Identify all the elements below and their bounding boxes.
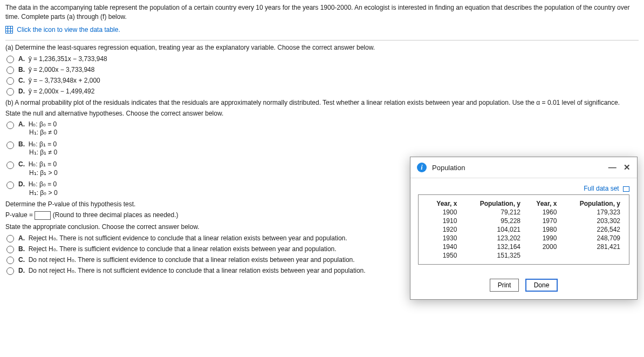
cell-pop: 123,202 xyxy=(460,234,524,243)
table-row: 1990248,709 xyxy=(524,234,624,243)
table-row: 1950151,325 xyxy=(424,251,524,260)
cell-year: 1960 xyxy=(524,208,560,217)
view-data-table-link[interactable]: Click the icon to view the data table. xyxy=(17,26,120,33)
opt-label: D. xyxy=(18,267,25,274)
cell-pop: 79,212 xyxy=(460,208,524,217)
cell-pop: 151,325 xyxy=(460,251,524,260)
h1-text: H₁: β₁ > 0 xyxy=(29,169,58,177)
h0-text: H₀: β₁ = 0 xyxy=(29,160,57,168)
radio-icon[interactable] xyxy=(6,181,14,189)
opt-text: ŷ = 2,000x − 1,499,492 xyxy=(29,87,95,95)
part-b-prompt: (b) A normal probability plot of the res… xyxy=(5,99,639,106)
cell-year: 1950 xyxy=(424,251,460,260)
table-row: 1920104,021 xyxy=(424,225,524,234)
population-modal: i Population — ✕ Full data set Year, x P… xyxy=(410,157,638,281)
opt-label: C. xyxy=(18,160,25,168)
print-button[interactable]: Print xyxy=(490,279,519,281)
cell-year: 1900 xyxy=(424,208,460,217)
full-data-set-link[interactable]: Full data set xyxy=(418,185,629,192)
opt-text: ŷ = 2,000x − 3,733,948 xyxy=(29,66,95,73)
part-a-prompt: (a) Determine the least-squares regressi… xyxy=(5,44,639,51)
close-icon[interactable]: ✕ xyxy=(624,163,631,172)
radio-icon[interactable] xyxy=(6,235,14,243)
opt-text: ŷ = − 3,733,948x + 2,000 xyxy=(29,77,100,84)
option-b-A[interactable]: A. H₀: β₀ = 0 H₁: β₀ ≠ 0 xyxy=(6,120,639,137)
radio-icon[interactable] xyxy=(6,77,14,85)
cell-year: 1980 xyxy=(524,225,560,234)
opt-label: B. xyxy=(18,245,25,253)
radio-icon[interactable] xyxy=(6,267,14,275)
full-data-set-label: Full data set xyxy=(584,185,619,192)
opt-label: C. xyxy=(18,77,25,84)
h1-text: H₁: β₀ ≠ 0 xyxy=(29,129,57,136)
radio-icon[interactable] xyxy=(6,88,14,96)
col-pop: Population, y xyxy=(460,199,524,208)
opt-label: B. xyxy=(18,66,25,73)
cell-year: 2000 xyxy=(524,243,560,251)
table-row: 2000281,421 xyxy=(524,243,624,251)
radio-icon[interactable] xyxy=(6,246,14,253)
h0-text: H₀: β₁ = 0 xyxy=(29,140,57,148)
opt-text: Do not reject H₀. There is sufficient ev… xyxy=(29,256,355,264)
opt-text: ŷ = 1,236,351x − 3,733,948 xyxy=(29,55,107,63)
h1-text: H₁: β₁ ≠ 0 xyxy=(29,149,57,156)
opt-label: D. xyxy=(18,180,25,188)
h1-text: H₁: β₀ > 0 xyxy=(29,189,58,197)
cell-pop: 248,709 xyxy=(560,234,624,243)
cell-year: 1930 xyxy=(424,234,460,243)
minimize-icon[interactable]: — xyxy=(608,163,616,172)
cell-year: 1910 xyxy=(424,217,460,225)
cell-pop: 95,228 xyxy=(460,217,524,225)
cell-year: 1940 xyxy=(424,243,460,251)
part-a-options: A. ŷ = 1,236,351x − 3,733,948 B. ŷ = 2,0… xyxy=(5,55,639,96)
table-row: 1980226,542 xyxy=(524,225,624,234)
radio-icon[interactable] xyxy=(6,66,14,74)
table-row: 1940132,164 xyxy=(424,243,524,251)
info-icon: i xyxy=(417,163,427,172)
option-a-C[interactable]: C. ŷ = − 3,733,948x + 2,000 xyxy=(6,76,639,85)
cell-pop: 104,021 xyxy=(460,225,524,234)
done-button[interactable]: Done xyxy=(525,279,558,281)
radio-icon[interactable] xyxy=(6,56,14,63)
pvalue-hint: (Round to three decimal places as needed… xyxy=(53,212,179,219)
opt-text: Reject H₀. There is not sufficient evide… xyxy=(29,234,347,242)
cell-pop: 132,164 xyxy=(460,243,524,251)
option-b-B[interactable]: B. H₀: β₁ = 0 H₁: β₁ ≠ 0 xyxy=(6,140,639,157)
cell-year: 1990 xyxy=(524,234,560,243)
expand-icon xyxy=(623,186,629,192)
radio-icon[interactable] xyxy=(6,161,14,169)
pvalue-input[interactable] xyxy=(35,211,51,220)
data-table: Year, x Population, y 190079,212191095,2… xyxy=(418,194,629,265)
svg-rect-0 xyxy=(6,26,13,33)
col-year: Year, x xyxy=(424,199,460,208)
table-row: 1970203,302 xyxy=(524,217,624,225)
table-row: 190079,212 xyxy=(424,208,524,217)
opt-text: Do not reject H₀. There is not sufficien… xyxy=(29,267,366,274)
modal-title: Population xyxy=(432,164,603,172)
grid-icon xyxy=(5,26,13,33)
cell-pop: 226,542 xyxy=(560,225,624,234)
problem-intro: The data in the accompanying table repre… xyxy=(5,3,639,22)
option-a-B[interactable]: B. ŷ = 2,000x − 3,733,948 xyxy=(6,65,639,74)
h0-text: H₀: β₀ = 0 xyxy=(29,120,57,128)
col-pop: Population, y xyxy=(560,199,624,208)
opt-label: A. xyxy=(18,120,25,128)
radio-icon[interactable] xyxy=(6,142,14,149)
col-year: Year, x xyxy=(524,199,560,208)
radio-icon[interactable] xyxy=(6,257,14,264)
opt-label: B. xyxy=(18,140,25,148)
cell-year: 1970 xyxy=(524,217,560,225)
opt-text: Reject H₀. There is sufficient evidence … xyxy=(29,245,337,253)
table-row: 1960179,323 xyxy=(524,208,624,217)
pvalue-label: P-value = xyxy=(5,212,33,219)
opt-label: D. xyxy=(18,87,25,95)
part-b-state: State the null and alternative hypothese… xyxy=(5,110,639,117)
table-row: 1930123,202 xyxy=(424,234,524,243)
h0-text: H₀: β₀ = 0 xyxy=(29,180,57,188)
cell-year: 1920 xyxy=(424,225,460,234)
cell-pop: 179,323 xyxy=(560,208,624,217)
option-a-D[interactable]: D. ŷ = 2,000x − 1,499,492 xyxy=(6,87,639,96)
option-a-A[interactable]: A. ŷ = 1,236,351x − 3,733,948 xyxy=(6,55,639,63)
radio-icon[interactable] xyxy=(6,122,14,129)
opt-label: A. xyxy=(18,234,25,242)
